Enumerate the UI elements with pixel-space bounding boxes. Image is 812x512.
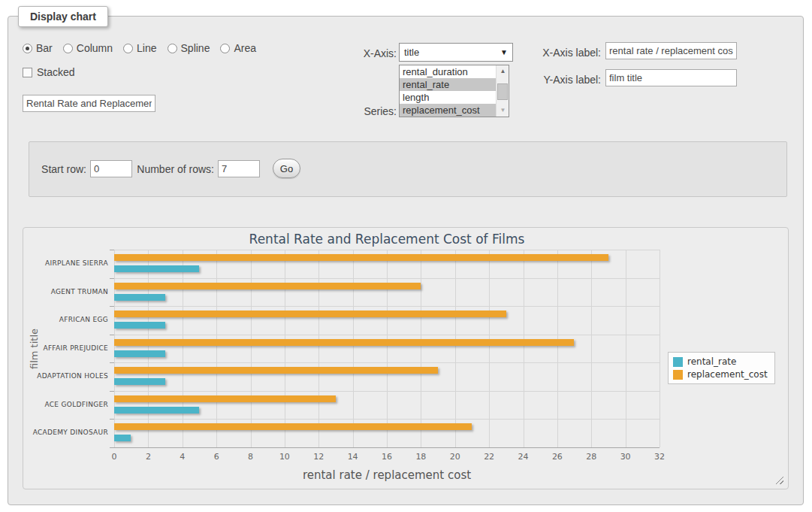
x-tick-label: 2 <box>137 452 159 462</box>
fieldset-legend-title: Display chart <box>18 6 108 27</box>
x-tick-label: 6 <box>205 452 228 462</box>
legend-label-replacement-cost: replacement_cost <box>687 369 768 380</box>
series-select-label: Series: <box>323 105 397 117</box>
x-tick-label: 20 <box>444 452 466 462</box>
gridline-vertical <box>524 250 524 447</box>
x-tick-label: 26 <box>546 452 569 462</box>
start-row-input[interactable] <box>90 160 132 177</box>
gridline-vertical <box>353 250 354 447</box>
chart-legend: rental_ratereplacement_cost <box>668 352 775 384</box>
bar-replacement-cost-agent-truman[interactable] <box>114 283 421 289</box>
radio-icon-area[interactable] <box>220 44 230 53</box>
radio-option-column[interactable]: Column <box>63 42 113 54</box>
gridline-horizontal <box>114 419 660 420</box>
chart-container: Rental Rate and Replacement Cost of Film… <box>23 227 789 489</box>
legend-swatch-replacement-cost <box>673 370 683 380</box>
x-axis-label-input[interactable] <box>605 42 737 59</box>
radio-icon-spline[interactable] <box>168 44 177 53</box>
gridline-horizontal <box>114 335 660 335</box>
gridline-vertical <box>285 250 285 447</box>
bar-replacement-cost-affair-prejudice[interactable] <box>114 339 574 346</box>
series-option-length[interactable]: length <box>400 91 509 104</box>
radio-label-column: Column <box>77 42 113 54</box>
category-label: ACADEMY DINOSAUR <box>18 429 108 436</box>
x-tick-label: 28 <box>580 452 602 462</box>
scroll-up-icon[interactable]: ▲ <box>497 65 509 77</box>
gridline-vertical <box>148 250 149 447</box>
gridline-vertical <box>455 250 456 447</box>
bar-rental-rate-ace-goldfinger[interactable] <box>114 407 199 414</box>
radio-option-spline[interactable]: Spline <box>168 42 210 54</box>
category-label: ADAPTATION HOLES <box>18 372 108 380</box>
x-tick-label: 14 <box>342 452 364 462</box>
stacked-label: Stacked <box>37 66 75 78</box>
x-tick-label: 0 <box>103 452 125 462</box>
radio-icon-bar[interactable] <box>23 44 32 53</box>
bar-rental-rate-adaptation-holes[interactable] <box>114 378 165 385</box>
category-label: AIRPLANE SIERRA <box>18 259 108 267</box>
x-axis-line <box>114 447 660 448</box>
stacked-checkbox[interactable] <box>23 68 32 77</box>
y-axis-tick <box>110 335 114 335</box>
y-axis-label-input[interactable] <box>605 69 737 86</box>
radio-icon-column[interactable] <box>63 44 73 53</box>
go-button[interactable]: Go <box>273 159 300 178</box>
bar-replacement-cost-african-egg[interactable] <box>114 311 506 317</box>
scroll-down-icon[interactable]: ▼ <box>497 105 509 117</box>
series-multiselect[interactable]: rental_durationrental_ratelengthreplacem… <box>399 65 509 117</box>
number-of-rows-input[interactable] <box>218 160 260 177</box>
bar-rental-rate-african-egg[interactable] <box>114 322 165 329</box>
radio-label-spline: Spline <box>181 42 210 54</box>
bar-replacement-cost-academy-dinosaur[interactable] <box>114 423 472 430</box>
bar-rental-rate-affair-prejudice[interactable] <box>114 350 165 357</box>
series-option-rental-rate[interactable]: rental_rate <box>400 78 509 91</box>
legend-item-rental-rate[interactable]: rental_rate <box>673 356 768 367</box>
y-axis-tick <box>110 250 114 250</box>
series-scrollbar[interactable]: ▲ ▼ <box>496 65 509 117</box>
series-option-replacement-cost[interactable]: replacement_cost <box>400 104 509 117</box>
bar-rental-rate-agent-truman[interactable] <box>114 294 165 301</box>
gridline-vertical <box>318 250 319 447</box>
gridline-vertical <box>626 250 626 447</box>
gridline-vertical <box>387 250 388 447</box>
chart-title-input[interactable] <box>23 95 155 112</box>
gridline-vertical <box>216 250 217 447</box>
radio-icon-line[interactable] <box>123 44 133 53</box>
bar-replacement-cost-airplane-sierra[interactable] <box>114 254 608 261</box>
resize-grip-icon[interactable] <box>775 476 783 484</box>
gridline-horizontal <box>114 391 660 392</box>
y-axis-tick <box>110 391 114 392</box>
series-option-rental-duration[interactable]: rental_duration <box>400 65 509 78</box>
radio-option-area[interactable]: Area <box>220 42 256 54</box>
legend-label-rental-rate: rental_rate <box>687 356 736 367</box>
x-tick-label: 32 <box>648 452 671 462</box>
x-tick-label: 8 <box>240 452 262 462</box>
radio-option-line[interactable]: Line <box>123 42 156 54</box>
x-tick-label: 10 <box>273 452 296 462</box>
scrollbar-thumb[interactable] <box>497 83 508 100</box>
bar-replacement-cost-ace-goldfinger[interactable] <box>114 395 336 402</box>
x-tick-label: 12 <box>307 452 330 462</box>
radio-option-bar[interactable]: Bar <box>23 42 53 54</box>
gridline-horizontal <box>114 278 660 279</box>
y-axis-tick <box>110 419 114 420</box>
y-axis-label-label: Y-Axis label: <box>526 74 601 86</box>
gridline-horizontal <box>114 250 660 250</box>
x-tick-label: 4 <box>171 452 194 462</box>
x-axis-select[interactable]: title ▼ <box>399 43 513 62</box>
bar-rental-rate-airplane-sierra[interactable] <box>114 265 199 272</box>
bar-rental-rate-academy-dinosaur[interactable] <box>114 435 131 441</box>
bar-replacement-cost-adaptation-holes[interactable] <box>114 367 438 374</box>
chart-type-radio-group: BarColumnLineSplineArea <box>23 42 256 54</box>
dropdown-arrow-icon: ▼ <box>500 48 508 56</box>
x-tick-label: 18 <box>409 452 432 462</box>
x-axis-selected-value: title <box>404 47 419 58</box>
gridline-vertical <box>591 250 592 447</box>
gridline-vertical <box>183 250 183 447</box>
screen: Display chart BarColumnLineSplineArea St… <box>0 0 812 512</box>
legend-item-replacement-cost[interactable]: replacement_cost <box>673 369 768 380</box>
y-axis-tick <box>110 362 114 363</box>
x-axis-label-label: X-Axis label: <box>526 47 601 59</box>
radio-label-bar: Bar <box>36 42 53 54</box>
gridline-vertical <box>421 250 421 447</box>
